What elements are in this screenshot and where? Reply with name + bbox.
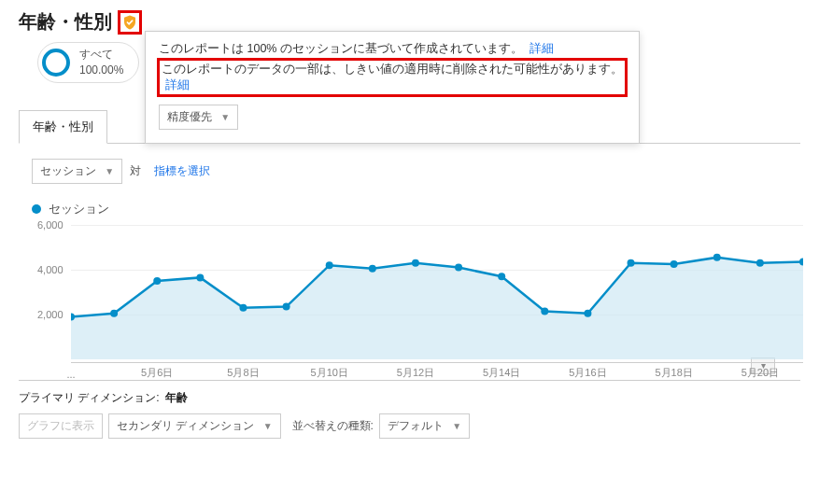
svg-point-2 xyxy=(153,277,161,285)
sort-type-dropdown[interactable]: デフォルト ▼ xyxy=(379,413,470,439)
metric-dropdown-label: セッション xyxy=(40,164,96,177)
svg-point-7 xyxy=(369,265,376,273)
threshold-detail-link[interactable]: 詳細 xyxy=(165,78,190,91)
segment-pill[interactable]: すべて 100.00% xyxy=(37,42,139,83)
plot-rows-button[interactable]: グラフに表示 xyxy=(19,413,103,439)
svg-point-10 xyxy=(498,273,505,280)
y-tick-label: 4,000 xyxy=(37,264,64,275)
svg-point-13 xyxy=(628,259,635,267)
caret-down-icon: ▼ xyxy=(452,421,461,431)
x-tick-label: 5月20日 xyxy=(741,366,779,380)
x-tick-label: 5月6日 xyxy=(141,366,173,380)
svg-point-12 xyxy=(584,310,591,317)
sampling-popup: このレポートは 100% のセッションに基づいて作成されています。 詳細 このレ… xyxy=(145,31,640,144)
svg-point-8 xyxy=(412,259,419,267)
secondary-dimension-dropdown[interactable]: セカンダリ ディメンション ▼ xyxy=(108,413,281,439)
segment-label: すべて xyxy=(79,48,113,61)
sessions-line-chart: ▾ 2,0004,0006,000...5月6日5月8日5月10日5月12日5月… xyxy=(28,221,803,380)
x-tick-label: 5月8日 xyxy=(227,366,259,380)
primary-dimension-value: 年齢 xyxy=(165,390,188,406)
x-tick-label: 5月18日 xyxy=(655,366,692,380)
x-tick-label: 5月12日 xyxy=(397,366,434,380)
primary-dimension-label: プライマリ ディメンション: xyxy=(19,390,160,406)
metric-picker-link[interactable]: 指標を選択 xyxy=(154,163,210,179)
segment-circle-icon xyxy=(42,49,70,77)
x-tick-label: 5月16日 xyxy=(569,366,606,380)
sampling-detail-link[interactable]: 詳細 xyxy=(530,42,554,55)
caret-down-icon: ▼ xyxy=(263,421,273,431)
segment-percent: 100.00% xyxy=(79,63,123,77)
legend-dot-icon xyxy=(32,204,41,214)
svg-point-9 xyxy=(455,263,462,271)
svg-point-6 xyxy=(326,261,333,269)
svg-point-1 xyxy=(110,310,118,317)
threshold-msg: このレポートのデータの一部は、しきい値の適用時に削除された可能性があります。 xyxy=(162,63,623,76)
secondary-dimension-label: セカンダリ ディメンション xyxy=(117,419,254,432)
metric-dropdown[interactable]: セッション ▼ xyxy=(32,159,122,184)
threshold-warning-highlight: このレポートのデータの一部は、しきい値の適用時に削除された可能性があります。 詳… xyxy=(157,58,628,97)
x-tick-label: 5月10日 xyxy=(311,366,348,380)
caret-down-icon: ▼ xyxy=(220,112,230,122)
caret-down-icon: ▼ xyxy=(105,166,114,176)
page-title: 年齢・性別 xyxy=(19,9,112,35)
x-tick-label: 5月14日 xyxy=(483,366,520,380)
vs-label: 対 xyxy=(130,163,141,179)
sort-type-label: 並べ替えの種類: xyxy=(292,418,374,434)
x-tick-label: ... xyxy=(66,369,75,380)
svg-point-5 xyxy=(283,302,290,310)
y-tick-label: 6,000 xyxy=(37,219,64,231)
svg-point-11 xyxy=(541,307,548,315)
shield-check-icon[interactable] xyxy=(121,14,138,31)
sort-type-value: デフォルト xyxy=(388,419,444,432)
svg-point-4 xyxy=(239,304,247,312)
legend-label: セッション xyxy=(49,201,109,217)
sampling-badge-highlight xyxy=(118,10,142,35)
svg-point-15 xyxy=(713,254,721,261)
tab-age-gender[interactable]: 年齢・性別 xyxy=(19,110,107,144)
svg-point-14 xyxy=(671,260,678,268)
precision-dropdown[interactable]: 精度優先 ▼ xyxy=(159,105,238,130)
sampling-msg: このレポートは 100% のセッションに基づいて作成されています。 xyxy=(159,42,523,55)
precision-label: 精度優先 xyxy=(167,110,212,123)
y-tick-label: 2,000 xyxy=(37,309,64,320)
svg-point-3 xyxy=(196,273,204,281)
svg-point-16 xyxy=(756,259,764,267)
